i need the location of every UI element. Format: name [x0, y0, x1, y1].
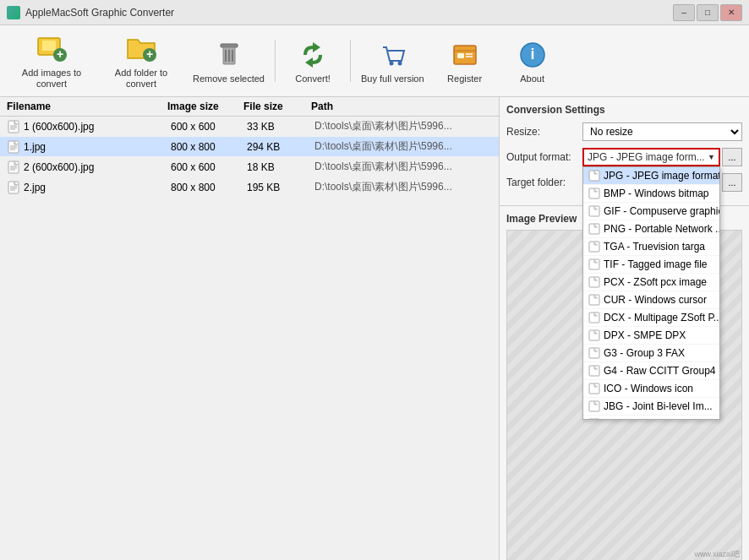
format-item-label: TIF - Tagged image file [604, 258, 708, 270]
file-imgsize: 800 x 800 [171, 182, 247, 193]
svg-rect-13 [454, 46, 476, 64]
list-item[interactable]: TGA - Truevision targa [583, 238, 719, 256]
output-format-value: JPG - JPEG image form... [588, 151, 705, 163]
output-format-dropdown-container: JPG - JPEG image form... ▼ JPG - JPEG im… [582, 148, 720, 166]
close-button[interactable]: ✕ [720, 4, 742, 21]
file-path: D:\tools\桌面\素材\图片\5996... [314, 160, 492, 174]
list-item[interactable]: GIF - Compuserve graphics [583, 203, 719, 220]
file-icon [7, 181, 20, 194]
maximize-button[interactable]: □ [697, 4, 719, 21]
file-name: 2.jpg [24, 182, 171, 193]
svg-rect-1 [42, 41, 56, 51]
register-button[interactable]: Register [431, 35, 499, 88]
svg-rect-28 [8, 161, 19, 173]
output-format-dropdown-list: JPG - JPEG image format BMP - Windows bi… [582, 166, 720, 420]
format-item-label: G3 - Group 3 FAX [604, 347, 685, 359]
format-item-icon [588, 205, 600, 217]
convert-button[interactable]: Convert! [279, 35, 347, 88]
register-label: Register [447, 73, 482, 84]
output-format-browse-button[interactable]: ... [722, 148, 742, 166]
about-icon: i [516, 38, 549, 72]
toolbar-separator-1 [275, 40, 276, 82]
svg-rect-32 [8, 182, 19, 193]
list-item[interactable]: G4 - Raw CCITT Group4 [583, 362, 719, 380]
svg-rect-20 [8, 121, 19, 133]
list-item[interactable]: PCX - ZSoft pcx image [583, 274, 719, 291]
table-row[interactable]: 1.jpg 800 x 800 294 KB D:\tools\桌面\素材\图片… [0, 137, 499, 157]
add-images-button[interactable]: + Add images to convert [7, 29, 96, 93]
target-folder-browse-button[interactable]: ... [722, 173, 742, 192]
target-folder-label: Target folder: [506, 177, 582, 188]
file-panel: Filename Image size File size Path 1 (60… [0, 97, 500, 560]
minimize-button[interactable]: – [673, 4, 695, 21]
svg-rect-50 [589, 419, 599, 420]
col-filesize-header: File size [243, 101, 311, 112]
table-row[interactable]: 2.jpg 800 x 800 195 KB D:\tools\桌面\素材\图片… [0, 177, 499, 198]
titlebar: AppleMacSoft Graphic Converter – □ ✕ [0, 0, 749, 25]
file-name: 2 (600x600).jpg [24, 161, 171, 173]
window-controls: – □ ✕ [673, 4, 742, 21]
format-item-icon [588, 188, 600, 199]
svg-rect-15 [457, 53, 464, 58]
toolbar-separator-2 [350, 40, 351, 82]
table-row[interactable]: 2 (600x600).jpg 600 x 600 18 KB D:\tools… [0, 157, 499, 177]
file-imgsize: 800 x 800 [171, 141, 247, 153]
list-item[interactable]: DCX - Multipage ZSoft P... [583, 309, 719, 327]
remove-icon [212, 38, 246, 72]
list-item[interactable]: BMP - Windows bitmap [583, 185, 719, 203]
about-button[interactable]: i About [499, 35, 566, 88]
format-item-icon [588, 383, 600, 394]
format-item-label: JNG - JPEG Network Grap... [604, 418, 720, 420]
format-item-icon [588, 241, 600, 253]
col-filename-header: Filename [7, 101, 167, 112]
resize-row: Resize: No resize [506, 122, 742, 141]
list-item[interactable]: PNG - Portable Network ... [583, 220, 719, 238]
svg-text:i: i [530, 46, 534, 63]
file-icon [7, 120, 20, 133]
buy-button[interactable]: Buy full version [354, 35, 431, 88]
format-item-icon [588, 365, 600, 377]
conversion-settings-title: Conversion Settings [506, 104, 742, 116]
resize-select[interactable]: No resize [582, 122, 742, 141]
list-item[interactable]: JBG - Joint Bi-level Im... [583, 398, 719, 416]
format-item-icon [588, 170, 600, 182]
file-name: 1.jpg [24, 141, 171, 153]
file-filesize: 294 KB [247, 141, 314, 153]
buy-label: Buy full version [361, 73, 424, 84]
dropdown-arrow-icon: ▼ [708, 153, 715, 161]
list-item[interactable]: TIF - Tagged image file [583, 256, 719, 274]
register-icon [448, 38, 482, 72]
resize-label: Resize: [506, 126, 582, 138]
output-format-trigger[interactable]: JPG - JPEG image form... ▼ [582, 148, 720, 166]
remove-selected-button[interactable]: Remove selected [186, 35, 271, 88]
format-item-label: ICO - Windows icon [604, 383, 693, 394]
watermark: www.xiazai吧 [694, 549, 740, 560]
list-item[interactable]: JNG - JPEG Network Grap... [583, 416, 719, 420]
svg-text:+: + [146, 47, 153, 61]
file-list[interactable]: 1 (600x600).jpg 600 x 600 33 KB D:\tools… [0, 117, 499, 560]
format-item-icon [588, 276, 600, 288]
toolbar: + Add images to convert + Add folder to … [0, 25, 749, 97]
file-filesize: 33 KB [247, 121, 314, 133]
list-item[interactable]: ICO - Windows icon [583, 380, 719, 398]
format-item-icon [588, 418, 600, 420]
format-item-label: PNG - Portable Network ... [604, 223, 720, 235]
right-panel: Conversion Settings Resize: No resize Ou… [500, 97, 749, 560]
format-item-icon [588, 223, 600, 235]
list-item[interactable]: DPX - SMPE DPX [583, 327, 719, 345]
file-path: D:\tools\桌面\素材\图片\5996... [314, 119, 492, 133]
svg-rect-24 [8, 141, 19, 153]
file-filesize: 195 KB [247, 182, 314, 193]
format-item-label: DPX - SMPE DPX [604, 329, 686, 341]
add-folder-button[interactable]: + Add folder to convert [96, 29, 186, 93]
app-icon [7, 6, 20, 19]
table-row[interactable]: 1 (600x600).jpg 600 x 600 33 KB D:\tools… [0, 117, 499, 137]
format-item-label: CUR - Windows cursor [604, 294, 707, 306]
col-imagesize-header: Image size [167, 101, 243, 112]
format-item-icon [588, 258, 600, 270]
list-item[interactable]: CUR - Windows cursor [583, 291, 719, 309]
list-item[interactable]: JPG - JPEG image format [583, 167, 719, 185]
format-item-label: JBG - Joint Bi-level Im... [604, 400, 713, 412]
format-item-label: JPG - JPEG image format [604, 170, 720, 182]
list-item[interactable]: G3 - Group 3 FAX [583, 345, 719, 362]
